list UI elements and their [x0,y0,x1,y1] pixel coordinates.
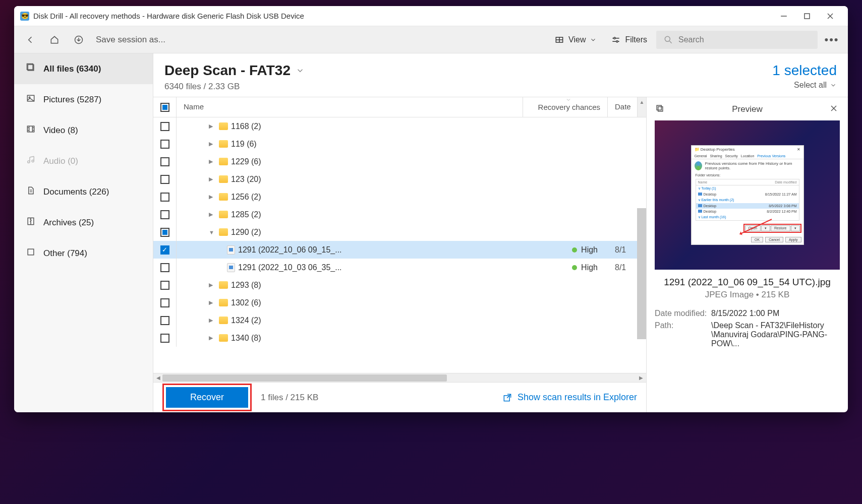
svg-point-13 [665,36,670,41]
footer-stats: 1 files / 215 KB [261,393,318,403]
expand-arrow[interactable]: ▼ [209,229,216,235]
audio-icon [25,155,36,167]
chevron-down-icon [590,36,597,43]
recover-highlight: Recover [162,384,252,411]
preview-copy-icon[interactable] [655,103,666,115]
expand-arrow[interactable]: ▶ [209,282,216,288]
expand-arrow[interactable]: ▶ [209,335,216,341]
preview-close-button[interactable] [829,103,840,115]
minimize-button[interactable] [772,6,795,26]
sliders-icon [611,35,621,45]
folder-row[interactable]: ▶1229 (6) [153,153,646,170]
expand-arrow[interactable]: ▶ [209,299,216,306]
svg-line-40 [507,394,511,398]
folder-icon [219,211,228,218]
file-row[interactable]: 1291 (2022_10_03 06_35_...High8/1 [153,259,646,276]
vertical-scrollbar[interactable] [637,208,646,339]
folder-row[interactable]: ▶1256 (2) [153,188,646,206]
file-name: 1291 (2022_10_03 06_35_... [238,263,342,272]
folder-name: 1302 (6) [231,298,261,307]
row-checkbox[interactable] [153,206,177,223]
footer: Recover 1 files / 215 KB Show scan resul… [153,382,646,412]
view-dropdown[interactable]: View [549,35,602,45]
folder-row[interactable]: ▼1290 (2) [153,223,646,241]
expand-arrow[interactable]: ▶ [209,158,216,165]
row-checkbox[interactable] [153,117,177,135]
sidebar-item-archives[interactable]: Archives (25) [14,207,153,238]
path-value: \Deep Scan - FAT32\FileHistory\Manuviraj… [711,321,840,348]
column-date[interactable]: Date [608,97,637,117]
folder-row[interactable]: ▶1285 (2) [153,206,646,223]
svg-line-14 [670,41,672,43]
chevron-down-icon [296,66,305,75]
horizontal-scrollbar[interactable]: ◀ ▶ [153,373,646,382]
row-checkbox[interactable] [153,276,177,294]
row-checkbox[interactable] [153,329,177,347]
scroll-up-arrow[interactable]: ▲ [637,97,646,117]
header-checkbox[interactable] [153,97,177,117]
expand-arrow[interactable]: ▶ [209,194,216,200]
svg-point-12 [616,40,618,42]
column-name[interactable]: Name [177,97,523,117]
expand-arrow[interactable]: ▶ [209,123,216,130]
row-checkbox[interactable] [153,135,177,153]
recover-button[interactable]: Recover [166,387,248,408]
sidebar-item-audio[interactable]: Audio (0) [14,146,153,176]
search-icon [663,35,673,45]
show-in-explorer-link[interactable]: Show scan results in Explorer [502,392,637,403]
sidebar-item-video[interactable]: Video (8) [14,115,153,146]
row-checkbox[interactable] [153,223,177,241]
folder-icon [219,299,228,306]
file-row[interactable]: 1291 (2022_10_06 09_15_...High8/1 [153,241,646,259]
sidebar-item-other[interactable]: Other (794) [14,238,153,269]
back-button[interactable] [20,30,40,50]
sidebar-item-documents[interactable]: Documents (226) [14,176,153,207]
row-checkbox[interactable] [153,259,177,276]
folder-row[interactable]: ▶1302 (6) [153,294,646,311]
preview-filename: 1291 (2022_10_06 09_15_54 UTC).jpg [655,277,840,288]
folder-name: 1168 (2) [231,122,261,131]
folder-name: 1229 (6) [231,157,261,166]
row-checkbox[interactable] [153,170,177,188]
row-checkbox[interactable] [153,311,177,329]
expand-arrow[interactable]: ▶ [209,211,216,218]
home-button[interactable] [44,30,65,50]
folder-row[interactable]: ▶1168 (2) [153,117,646,135]
filters-button[interactable]: Filters [606,35,652,45]
svg-line-30 [30,156,34,157]
folder-row[interactable]: ▶119 (6) [153,135,646,153]
file-date: 8/1 [608,263,637,272]
row-checkbox[interactable] [153,294,177,311]
folder-row[interactable]: ▶123 (20) [153,170,646,188]
expand-arrow[interactable]: ▶ [209,141,216,147]
search-box[interactable] [656,31,818,49]
column-recovery[interactable]: Recovery chances [523,97,608,117]
row-checkbox[interactable] [153,241,177,259]
folder-row[interactable]: ▶1324 (2) [153,311,646,329]
svg-rect-1 [804,14,810,19]
recovery-chance: High [523,245,608,255]
more-button[interactable]: ••• [822,30,842,50]
row-checkbox[interactable] [153,153,177,170]
titlebar: 😎 Disk Drill - All recovery methods - Ha… [14,6,848,26]
maximize-button[interactable] [795,6,819,26]
folder-icon [219,317,228,324]
scan-title[interactable]: Deep Scan - FAT32 [164,62,772,79]
folder-icon [219,228,228,236]
sidebar-item-all-files[interactable]: All files (6340) [14,53,153,84]
folder-row[interactable]: ▶1340 (8) [153,329,646,347]
select-all-button[interactable]: Select all [794,81,837,90]
recovery-chance: High [523,263,608,272]
download-icon[interactable] [69,30,89,50]
save-session-button[interactable]: Save session as... [96,35,165,45]
folder-name: 1256 (2) [231,193,261,202]
folder-row[interactable]: ▶1293 (8) [153,276,646,294]
expand-arrow[interactable]: ▶ [209,317,216,324]
search-input[interactable] [678,35,811,44]
files-icon [25,62,36,75]
close-button[interactable] [819,6,842,26]
sidebar-item-pictures[interactable]: Pictures (5287) [14,84,153,115]
row-checkbox[interactable] [153,188,177,206]
expand-arrow[interactable]: ▶ [209,176,216,182]
scan-subtitle: 6340 files / 2.33 GB [164,82,772,92]
